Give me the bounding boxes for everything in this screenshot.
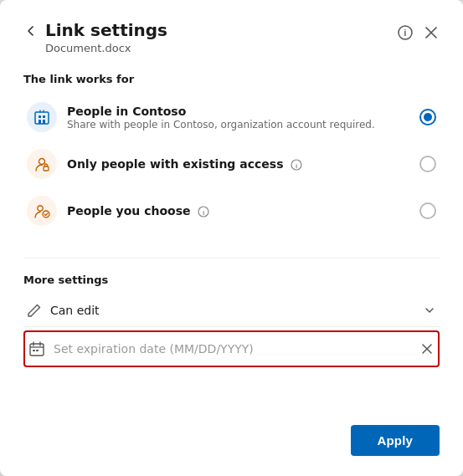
svg-rect-8 (44, 166, 49, 171)
option-existing[interactable]: Only people with existing access i (23, 141, 440, 187)
dialog-footer: Apply (23, 405, 440, 456)
option-choose[interactable]: People you choose i (23, 187, 440, 234)
expiration-row[interactable]: Set expiration date (MM/DD/YYYY) (23, 330, 440, 367)
header-titles: Link settings Document.docx (45, 20, 396, 54)
svg-point-12 (43, 211, 49, 218)
info-icon-existing: i (291, 159, 302, 171)
option-title-choose: People you choose i (67, 204, 413, 218)
link-settings-dialog: Link settings Document.docx i The link w… (0, 0, 463, 476)
more-settings-label: More settings (23, 274, 440, 286)
calendar-icon (28, 340, 45, 357)
person-lock-icon (33, 155, 51, 173)
dialog-header: Link settings Document.docx i (23, 20, 440, 54)
option-contoso[interactable]: People in Contoso Share with people in C… (23, 94, 440, 141)
back-icon (23, 23, 39, 38)
chevron-down-icon (423, 304, 436, 317)
option-icon-choose (27, 196, 57, 226)
dialog-subtitle: Document.docx (45, 42, 396, 54)
expiration-placeholder: Set expiration date (MM/DD/YYYY) (54, 342, 419, 356)
building-icon (33, 108, 51, 126)
can-edit-row[interactable]: Can edit (23, 294, 440, 327)
close-button[interactable] (423, 24, 440, 41)
expiration-close-button[interactable] (419, 341, 435, 356)
apply-button[interactable]: Apply (351, 425, 440, 456)
radio-existing[interactable] (419, 156, 436, 172)
svg-rect-3 (39, 115, 41, 118)
option-text-choose: People you choose i (67, 204, 413, 218)
svg-rect-6 (43, 120, 45, 124)
info-button[interactable]: i (396, 23, 414, 42)
radio-contoso[interactable] (419, 109, 436, 125)
options-list: People in Contoso Share with people in C… (23, 94, 440, 234)
radio-choose[interactable] (419, 202, 436, 219)
link-works-for-label: The link works for (23, 73, 440, 85)
header-icons: i (396, 23, 440, 42)
expiration-close-icon (421, 343, 433, 355)
svg-text:i: i (404, 28, 407, 38)
back-button[interactable] (23, 22, 45, 40)
svg-point-7 (39, 159, 45, 165)
option-text-existing: Only people with existing access i (67, 157, 413, 171)
svg-point-11 (38, 206, 43, 211)
info-icon-choose: i (198, 206, 209, 218)
edit-icon (27, 303, 42, 318)
person-choose-icon (33, 202, 51, 220)
svg-text:i: i (296, 162, 297, 170)
option-title-contoso: People in Contoso (67, 105, 413, 118)
info-icon: i (398, 25, 413, 40)
svg-rect-2 (35, 112, 49, 124)
close-icon (424, 26, 438, 39)
svg-text:i: i (203, 209, 204, 217)
option-icon-existing (27, 149, 57, 179)
divider (23, 258, 440, 258)
option-text-contoso: People in Contoso Share with people in C… (67, 105, 413, 131)
svg-rect-17 (36, 350, 39, 351)
can-edit-text: Can edit (50, 304, 423, 317)
option-icon-contoso (27, 102, 57, 132)
dialog-title: Link settings (45, 20, 396, 40)
svg-rect-5 (39, 120, 41, 124)
svg-rect-4 (43, 115, 45, 118)
option-title-existing: Only people with existing access i (67, 157, 413, 171)
option-desc-contoso: Share with people in Contoso, organizati… (67, 119, 413, 131)
svg-rect-16 (33, 350, 35, 351)
